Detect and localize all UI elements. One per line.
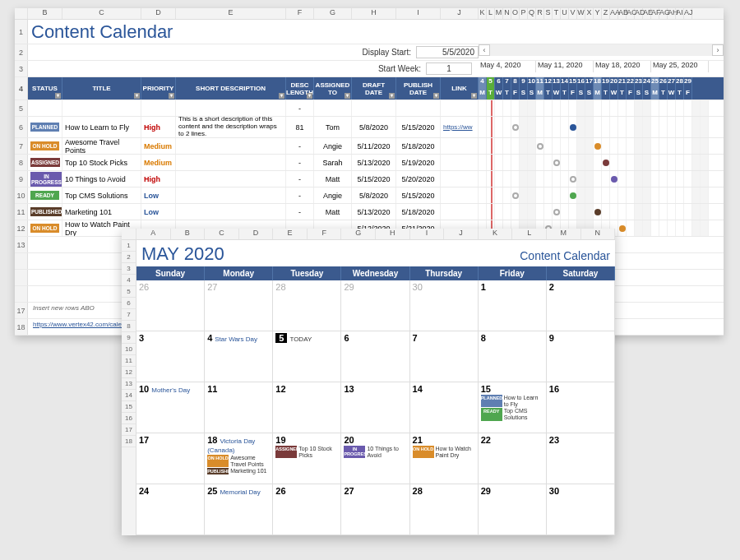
table-row[interactable]: 8ASSIGNEDTop 10 Stock PicksMedium-Sarah5… [15, 155, 724, 171]
draft-date-cell[interactable]: 5/13/2020 [352, 204, 396, 220]
column-letter[interactable]: Y [594, 8, 602, 19]
column-letter[interactable]: L [487, 8, 495, 19]
calendar-cell[interactable]: 26 [136, 280, 205, 331]
column-letter[interactable]: J [444, 229, 479, 239]
row-number[interactable]: 15 [122, 401, 136, 413]
row-number[interactable]: 17 [122, 424, 136, 436]
column-letter[interactable]: O [511, 8, 520, 19]
row-number[interactable]: 7 [122, 309, 136, 321]
calendar-event[interactable]: READYTop CMS Solutions [481, 408, 543, 420]
calendar-cell[interactable]: 28 [273, 280, 341, 331]
row-number[interactable]: 10 [122, 344, 136, 355]
calendar-cell[interactable]: 29 [479, 484, 547, 535]
filter-icon[interactable]: ▾ [55, 93, 61, 99]
filter-icon[interactable]: ▾ [279, 93, 284, 99]
column-letter[interactable]: AG [659, 8, 668, 19]
calendar-cell[interactable]: 22 [479, 433, 547, 484]
priority-cell[interactable]: High [141, 117, 176, 137]
column-header[interactable]: TITLE▾ [62, 77, 141, 100]
calendar-cell[interactable]: 27 [341, 484, 409, 535]
calendar-cell[interactable]: 18Victoria Day (Canada)ON HOLDAwesome Tr… [205, 433, 273, 484]
scroll-left-button[interactable]: ‹ [479, 44, 490, 56]
row-number[interactable]: 12 [122, 367, 136, 378]
calendar-cell[interactable]: 16 [547, 382, 615, 433]
column-letter[interactable]: E [176, 8, 286, 19]
column-letter[interactable]: AF [651, 8, 659, 19]
title-cell[interactable]: Top 10 Stock Picks [62, 155, 141, 170]
column-header[interactable]: SHORT DESCRIPTION▾ [176, 77, 286, 100]
column-letter[interactable]: I [410, 229, 445, 239]
row-number[interactable]: 5 [122, 286, 136, 298]
calendar-cell[interactable]: 26 [273, 484, 341, 535]
calendar-cell[interactable]: 17 [136, 433, 205, 484]
row-number[interactable]: 3 [122, 263, 136, 275]
publish-date-cell[interactable]: 5/19/2020 [396, 155, 441, 170]
column-letter[interactable]: P [520, 8, 528, 19]
title-cell[interactable]: Marketing 101 [62, 204, 141, 220]
filter-icon[interactable]: ▾ [389, 93, 395, 99]
column-letter[interactable]: Z [602, 8, 610, 19]
calendar-cell[interactable]: 21ON HOLDHow to Watch Paint Dry [410, 433, 479, 484]
calendar-cell[interactable]: 15PLANNEDHow to Learn to FlyREADYTop CMS… [479, 382, 547, 433]
link-cell[interactable] [441, 155, 479, 170]
title-cell[interactable]: Awesome Travel Points [62, 138, 141, 154]
calendar-cell[interactable]: 28 [410, 484, 479, 535]
column-letter[interactable]: D [141, 8, 176, 19]
column-letter[interactable]: G [314, 8, 352, 19]
title-cell[interactable]: Top CMS Solutions [62, 187, 141, 203]
priority-cell[interactable]: Low [141, 204, 176, 220]
column-letter[interactable]: V [569, 8, 577, 19]
row-number[interactable]: 2 [122, 252, 136, 263]
column-letter[interactable]: AD [635, 8, 643, 19]
column-letter[interactable]: A [136, 229, 171, 239]
priority-cell[interactable]: Medium [141, 155, 176, 170]
filter-icon[interactable]: ▾ [134, 93, 140, 99]
table-row[interactable]: 7ON HOLDAwesome Travel PointsMedium-Angi… [15, 138, 724, 155]
calendar-event[interactable]: IN PROGRESS10 Things to Avoid [344, 446, 406, 458]
display-start-value[interactable]: 5/5/2020 [416, 46, 479, 58]
assigned-cell[interactable]: Sarah [314, 155, 352, 170]
column-letter[interactable]: M [547, 229, 581, 239]
row-number[interactable]: 8 [122, 321, 136, 332]
calendar-cell[interactable]: 7 [410, 331, 479, 382]
column-header[interactable]: STATUS▾ [28, 77, 62, 100]
column-letter[interactable]: AI [676, 8, 684, 19]
column-letter[interactable]: F [286, 8, 314, 19]
column-header[interactable]: ASSIGNED TO▾ [314, 77, 352, 100]
description-cell[interactable] [176, 204, 286, 220]
row-number[interactable]: 13 [122, 378, 136, 390]
priority-cell[interactable]: Medium [141, 138, 176, 154]
column-letter[interactable]: E [273, 229, 308, 239]
column-letter[interactable]: K [479, 8, 487, 19]
column-letter[interactable]: L [512, 229, 547, 239]
draft-date-cell[interactable]: 5/8/2020 [352, 187, 396, 203]
table-row[interactable]: 10READYTop CMS SolutionsLow-Angie5/8/202… [15, 187, 724, 204]
column-letter[interactable]: J [441, 8, 479, 19]
column-letter[interactable]: N [581, 229, 616, 239]
calendar-cell[interactable]: 27 [205, 280, 273, 331]
filter-icon[interactable]: ▾ [307, 93, 312, 99]
calendar-event[interactable]: ASSIGNEDTop 10 Stock Picks [275, 446, 338, 458]
calendar-cell[interactable]: 11 [205, 382, 273, 433]
column-letter[interactable]: F [308, 229, 342, 239]
column-letter[interactable]: R [536, 8, 544, 19]
calendar-cell[interactable]: 30 [410, 280, 479, 331]
title-cell[interactable]: 10 Things to Avoid [62, 171, 141, 187]
priority-cell[interactable]: Low [141, 187, 176, 203]
link-cell[interactable] [441, 187, 479, 203]
calendar-cell[interactable]: 8 [479, 331, 547, 382]
column-letter[interactable]: K [479, 229, 513, 239]
column-letter[interactable]: B [28, 8, 62, 19]
publish-date-cell[interactable]: 5/15/2020 [396, 117, 441, 137]
column-letter[interactable]: W [577, 8, 585, 19]
description-cell[interactable] [176, 138, 286, 154]
title-cell[interactable]: How to Learn to Fly [62, 117, 141, 137]
filter-icon[interactable]: ▾ [433, 93, 439, 99]
row-number[interactable]: 6 [122, 298, 136, 309]
description-cell[interactable] [176, 171, 286, 187]
calendar-event[interactable]: ON HOLDHow to Watch Paint Dry [413, 446, 475, 458]
calendar-cell[interactable]: 6 [341, 331, 409, 382]
column-letter[interactable]: AH [668, 8, 676, 19]
column-header[interactable]: DESC LENGTH▾ [286, 77, 314, 100]
table-row[interactable]: 9IN PROGRESS10 Things to AvoidHigh-Matt5… [15, 171, 724, 187]
